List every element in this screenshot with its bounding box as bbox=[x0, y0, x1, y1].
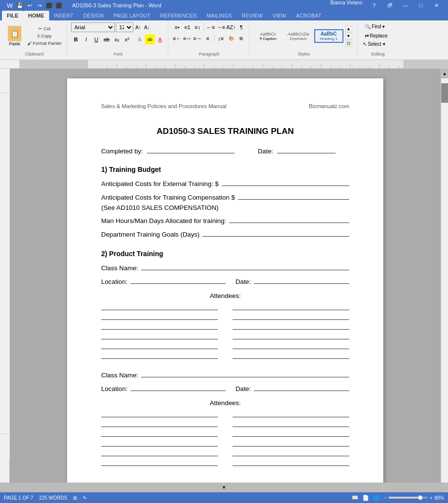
tab-insert[interactable]: INSERT bbox=[49, 11, 78, 20]
tab-page-layout[interactable]: PAGE LAYOUT bbox=[108, 11, 155, 20]
font-name-select[interactable]: Arial bbox=[71, 22, 115, 32]
maximize-button[interactable]: □ bbox=[413, 0, 429, 11]
shading-button[interactable]: 🎨 bbox=[226, 34, 236, 43]
sort-button[interactable]: AZ↑ bbox=[226, 22, 236, 32]
undo-button[interactable]: ↩ bbox=[25, 1, 34, 10]
paste-button[interactable]: 📋 Paste bbox=[5, 23, 24, 49]
style-heading1[interactable]: AaBbC Heading 1 bbox=[314, 29, 343, 43]
increase-indent-button[interactable]: →≡ bbox=[216, 22, 226, 32]
strikethrough-button[interactable]: ab bbox=[102, 35, 111, 44]
tab-mailings[interactable]: MAILINGS bbox=[201, 11, 237, 20]
tab-references[interactable]: REFERENCES bbox=[155, 11, 201, 20]
caption-preview: AaBbCc bbox=[257, 32, 279, 37]
scroll-down-button[interactable]: ▼ bbox=[0, 483, 448, 492]
save-button[interactable]: 💾 bbox=[16, 1, 24, 10]
ribbon-tab-bar: FILE HOME INSERT DESIGN PAGE LAYOUT REFE… bbox=[0, 11, 448, 20]
bullets-button[interactable]: ≡• bbox=[172, 22, 182, 32]
class1-attendees-col1 bbox=[101, 303, 218, 359]
class1-attendees-col2 bbox=[233, 303, 349, 359]
clipboard-group: 📋 Paste ✂ Cut ⎘ Copy 🖌 Format Painter Cl… bbox=[2, 21, 67, 57]
ext-training-row: Anticipated Costs for External Training:… bbox=[101, 179, 349, 189]
completed-by-label: Completed by: bbox=[101, 147, 143, 156]
numbering-button[interactable]: ≡1 bbox=[182, 22, 192, 32]
attendee-line bbox=[101, 333, 218, 339]
vertical-scrollbar[interactable]: ▲ ▼ bbox=[441, 69, 448, 492]
font-group: Arial 12 A↑ A↓ B I U ab x₂ x² bbox=[68, 21, 168, 57]
heading1-preview: AaBbC bbox=[318, 31, 340, 37]
align-right-button[interactable]: ≡→ bbox=[193, 34, 202, 43]
status-bar: PAGE 1 OF 7 225 WORDS ⊞ ✎ 📖 📄 🌐 − + 80% bbox=[0, 492, 448, 503]
close-button[interactable]: ✕ bbox=[429, 0, 444, 11]
styles-scroll-up[interactable]: ▲ bbox=[345, 25, 352, 32]
document-title: AD1050-3 SALES TRAINING PLAN bbox=[101, 125, 349, 137]
font-group-label: Font bbox=[68, 52, 168, 56]
qa-extra2-button[interactable]: ⬛ bbox=[54, 1, 63, 10]
manhours-label: Man Hours/Man Days Allocated for trainin… bbox=[101, 217, 226, 226]
style-caption[interactable]: AaBbCc ¶ Caption bbox=[253, 30, 283, 43]
format-buttons: B I U ab x₂ x² A ab A bbox=[71, 35, 165, 44]
qa-extra1-button[interactable]: ⬛ bbox=[45, 1, 54, 10]
align-center-button[interactable]: ≡↔ bbox=[182, 34, 192, 43]
decrease-indent-button[interactable]: ←≡ bbox=[206, 22, 215, 32]
superscript-button[interactable]: x² bbox=[122, 35, 132, 44]
find-button[interactable]: 🔍 Find ▾ bbox=[361, 22, 388, 31]
read-mode-button[interactable]: 📖 bbox=[352, 495, 358, 501]
style-emphasis[interactable]: AaBbCcDa Emphasis bbox=[284, 30, 313, 43]
tab-file[interactable]: FILE bbox=[2, 11, 23, 20]
multilevel-list-button[interactable]: ≡↕ bbox=[193, 22, 202, 32]
borders-button[interactable]: ⊞ bbox=[236, 34, 246, 43]
styles-scroll-down[interactable]: ▼ bbox=[345, 33, 352, 39]
increase-font-button[interactable]: A↑ bbox=[134, 23, 142, 31]
bold-button[interactable]: B bbox=[71, 35, 81, 44]
minimize-button[interactable]: — bbox=[397, 0, 413, 11]
scroll-up-button[interactable]: ▲ bbox=[441, 69, 448, 78]
decrease-font-button[interactable]: A↓ bbox=[143, 23, 151, 31]
tab-acrobat[interactable]: ACROBAT bbox=[291, 11, 326, 20]
italic-button[interactable]: I bbox=[81, 35, 91, 44]
list-buttons: ≡• ≡1 ≡↕ ←≡ →≡ AZ↑ ¶ bbox=[172, 22, 246, 32]
doc-header-left: Sales & Marketing Policies and Procedure… bbox=[101, 103, 227, 111]
scroll-thumb[interactable] bbox=[441, 83, 448, 103]
cut-button[interactable]: ✂ Cut bbox=[25, 25, 64, 32]
section1-title: Training Budget bbox=[109, 166, 161, 173]
zoom-thumb[interactable] bbox=[418, 495, 423, 500]
para-divider1 bbox=[204, 23, 204, 31]
class1-attendees-label: Attendees: bbox=[101, 292, 349, 301]
select-dropdown[interactable]: ↖ Select ▾ bbox=[361, 41, 387, 47]
font-color-button[interactable]: A bbox=[155, 35, 165, 44]
highlight-button[interactable]: ab bbox=[145, 35, 155, 44]
line-spacing-button[interactable]: ↕≡ bbox=[216, 34, 226, 43]
attendee-line bbox=[233, 449, 349, 456]
format-painter-button[interactable]: 🖌 Format Painter bbox=[25, 40, 64, 47]
manhours-line bbox=[229, 216, 349, 223]
restore-button[interactable]: 🗗 bbox=[382, 0, 397, 11]
tab-review[interactable]: REVIEW bbox=[237, 11, 268, 20]
zoom-in-icon: + bbox=[430, 495, 432, 501]
text-effects-button[interactable]: A bbox=[135, 35, 144, 44]
tab-home[interactable]: HOME bbox=[23, 11, 49, 20]
subscript-button[interactable]: x₂ bbox=[112, 35, 122, 44]
main-area: Sales & Marketing Policies and Procedure… bbox=[0, 69, 448, 492]
attendee-line bbox=[233, 430, 349, 437]
zoom-slider[interactable] bbox=[389, 497, 428, 499]
class2-location-row: Location: Date: bbox=[101, 384, 349, 394]
justify-button[interactable]: ≡ bbox=[203, 34, 213, 43]
tab-design[interactable]: DESIGN bbox=[78, 11, 108, 20]
user-name: Bianca Viviano bbox=[330, 0, 362, 11]
font-size-select[interactable]: 12 bbox=[116, 22, 133, 32]
find-label: Find ▾ bbox=[372, 24, 385, 29]
show-formatting-button[interactable]: ¶ bbox=[236, 22, 246, 32]
redo-button[interactable]: ↪ bbox=[35, 1, 44, 10]
replace-button[interactable]: ⇄ Replace bbox=[361, 32, 391, 40]
web-layout-button[interactable]: 🌐 bbox=[373, 495, 380, 501]
print-layout-button[interactable]: 📄 bbox=[362, 495, 369, 501]
tab-view[interactable]: VIEW bbox=[268, 11, 291, 20]
help-button[interactable]: ? bbox=[366, 0, 382, 11]
word-logo-icon: W bbox=[7, 2, 13, 9]
copy-button[interactable]: ⎘ Copy bbox=[25, 33, 64, 39]
underline-button[interactable]: U bbox=[91, 35, 101, 44]
word-count: 225 WORDS bbox=[39, 495, 67, 501]
align-left-button[interactable]: ≡← bbox=[172, 34, 182, 43]
styles-more[interactable]: ⊡ bbox=[345, 40, 352, 47]
class2-location-label: Location: bbox=[101, 385, 127, 394]
